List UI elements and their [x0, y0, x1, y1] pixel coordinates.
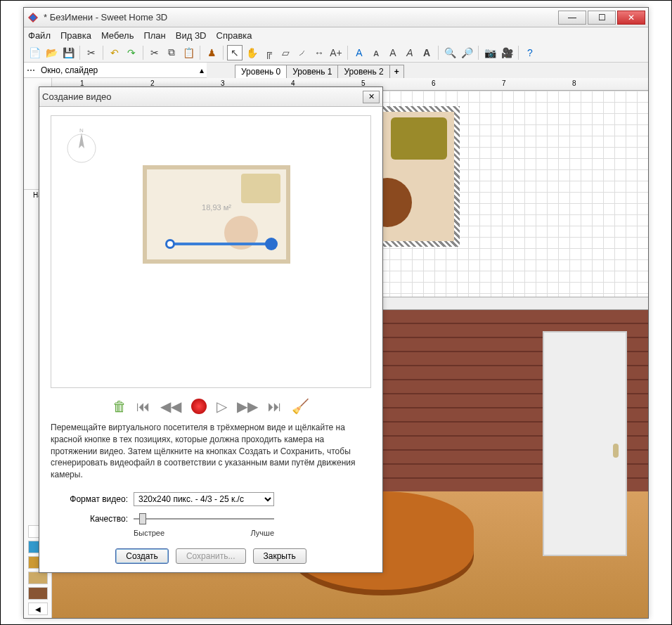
format-label: Формат видео: [51, 494, 128, 504]
skip-end-icon[interactable]: ⏭ [268, 399, 282, 415]
minimize-button[interactable]: — [558, 11, 586, 25]
quality-label: Качество: [51, 514, 128, 524]
zoom-in-icon[interactable]: 🔍 [442, 45, 458, 60]
text-big-icon[interactable]: A [385, 45, 401, 60]
tab-level-1[interactable]: Уровень 1 [286, 65, 338, 78]
menu-3dview[interactable]: Вид 3D [176, 30, 207, 41]
separator [438, 46, 439, 60]
room-tool-icon[interactable]: ▱ [278, 45, 293, 60]
separator [143, 46, 143, 60]
palette-item[interactable] [28, 572, 48, 584]
open-icon[interactable]: 📂 [44, 45, 59, 60]
maximize-button[interactable]: ☐ [588, 11, 616, 25]
create-button[interactable]: Создать [115, 548, 169, 564]
menu-file[interactable]: Файл [28, 30, 51, 41]
quality-best-label: Лучше [250, 529, 274, 537]
pan-tool-icon[interactable]: ✋ [244, 45, 259, 60]
separator [223, 46, 224, 60]
save-button[interactable]: Сохранить... [176, 548, 246, 564]
quality-slider-labels: Быстрее Лучше [134, 529, 274, 537]
camera-path-end[interactable] [265, 238, 278, 250]
save-icon[interactable]: 💾 [60, 45, 76, 60]
close-button[interactable]: Закрыть [253, 548, 306, 564]
door-3d [543, 331, 627, 556]
menubar: Файл Правка Мебель План Вид 3D Справка [24, 27, 648, 43]
text-tool-icon[interactable]: A+ [328, 45, 344, 60]
delete-path-icon[interactable]: 🗑 [112, 399, 127, 415]
text-bold2-icon[interactable]: A [419, 45, 434, 60]
text-bold-icon[interactable]: A [351, 45, 367, 60]
copy-icon[interactable]: ⧉ [164, 45, 179, 60]
preview-sofa [241, 174, 280, 203]
svg-marker-3 [79, 133, 84, 148]
skip-start-icon[interactable]: ⏮ [136, 399, 150, 415]
compass-icon: N [64, 129, 99, 164]
undo-icon[interactable]: ↶ [107, 45, 122, 60]
play-icon[interactable]: ▷ [217, 398, 227, 415]
dialog-title: Создание видео [42, 91, 363, 102]
furniture-sofa[interactable] [391, 117, 447, 160]
text-italic-icon[interactable]: A [402, 45, 418, 60]
slider-thumb[interactable] [139, 513, 146, 524]
menu-furniture[interactable]: Мебель [101, 30, 134, 41]
separator [518, 46, 519, 60]
separator [478, 46, 479, 60]
dialog-close-icon[interactable]: ✕ [363, 91, 380, 103]
forward-icon[interactable]: ▶▶ [237, 398, 258, 415]
format-row: Формат видео: 320x240 пикс. - 4/3 - 25 к… [51, 492, 371, 506]
new-icon[interactable]: 📄 [27, 45, 42, 60]
dimension-tool-icon[interactable]: ↔ [311, 45, 327, 60]
camera-path-start[interactable] [165, 239, 175, 249]
photo-icon[interactable]: 📷 [482, 45, 498, 60]
video-icon[interactable]: 🎥 [499, 45, 515, 60]
format-select[interactable]: 320x240 пикс. - 4/3 - 25 к./с [134, 492, 274, 506]
playback-controls: 🗑 ⏮ ◀◀ ▷ ▶▶ ⏭ 🧹 [51, 398, 371, 415]
paste-icon[interactable]: 📋 [181, 45, 196, 60]
tab-level-0[interactable]: Уровень 0 [235, 65, 287, 78]
polyline-tool-icon[interactable]: ⟋ [295, 45, 310, 60]
dialog-body: N 18,93 м² 🗑 ⏮ ◀◀ ▷ ▶▶ ⏭ 🧹 Перемещайте в… [39, 107, 382, 572]
add-furniture-icon[interactable]: ♟ [204, 45, 219, 60]
dialog-buttons: Создать Сохранить... Закрыть [51, 548, 371, 564]
menu-edit[interactable]: Правка [60, 30, 91, 41]
app-icon [27, 11, 39, 24]
zoom-out-icon[interactable]: 🔎 [459, 45, 474, 60]
rewind-icon[interactable]: ◀◀ [160, 398, 181, 415]
close-button[interactable]: ✕ [617, 11, 645, 25]
separator [200, 46, 200, 60]
help-icon[interactable]: ? [522, 45, 538, 60]
video-preview[interactable]: N 18,93 м² [51, 115, 371, 388]
camera-path[interactable] [171, 243, 269, 245]
preview-area-label: 18,93 м² [202, 203, 231, 212]
toolbar: 📄 📂 💾 ✂ ↶ ↷ ✂ ⧉ 📋 ♟ ↖ ✋ ╔ ▱ ⟋ ↔ A+ A ᴀ A… [24, 43, 648, 63]
svg-text:N: N [79, 129, 84, 134]
wall-tool-icon[interactable]: ╔ [261, 45, 276, 60]
window-title: * БезИмени - Sweet Home 3D [44, 12, 557, 22]
cut-icon[interactable]: ✂ [147, 45, 162, 60]
instructions-text: Перемещайте виртуального посетителя в тр… [51, 422, 371, 481]
separator [347, 46, 348, 60]
palette-item[interactable] [28, 587, 48, 600]
palette-item[interactable]: ◀ [28, 603, 48, 615]
tab-add-level[interactable]: + [389, 65, 404, 78]
menu-plan[interactable]: План [143, 30, 165, 41]
quality-fast-label: Быстрее [134, 529, 164, 537]
separator [103, 46, 103, 60]
tab-level-2[interactable]: Уровень 2 [337, 65, 389, 78]
select-tool-icon[interactable]: ↖ [227, 45, 243, 60]
quality-row: Качество: [51, 512, 371, 526]
tree-header[interactable]: ⋯ Окно, слайдер ▴ [24, 63, 207, 78]
record-icon[interactable] [191, 399, 207, 414]
dialog-titlebar[interactable]: Создание видео ✕ [39, 87, 382, 107]
menu-help[interactable]: Справка [217, 30, 252, 41]
text-small-icon[interactable]: ᴀ [368, 45, 384, 60]
clear-icon[interactable]: 🧹 [292, 398, 309, 415]
tree-item-label: Окно, слайдер [41, 65, 98, 75]
prefs-icon[interactable]: ✂ [84, 45, 99, 60]
redo-icon[interactable]: ↷ [124, 45, 139, 60]
video-dialog: Создание видео ✕ N 18,93 м² 🗑 ⏮ ◀◀ ▷ [39, 86, 383, 573]
slider-track [134, 518, 274, 520]
quality-slider[interactable] [134, 512, 274, 526]
separator [79, 46, 80, 60]
main-titlebar[interactable]: * БезИмени - Sweet Home 3D — ☐ ✕ [24, 8, 648, 27]
